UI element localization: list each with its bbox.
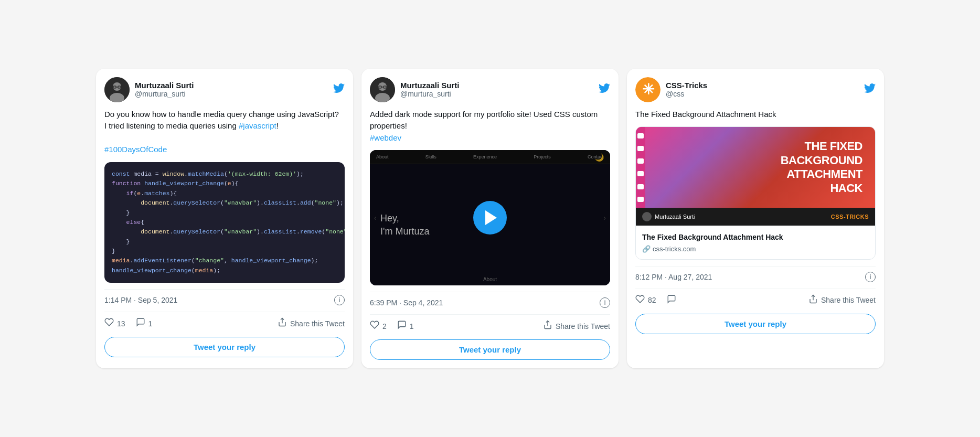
film-hole-3: [637, 158, 644, 164]
user-handle-3: @css: [666, 90, 707, 98]
like-action-3[interactable]: 82: [635, 294, 656, 306]
film-hole-4: [637, 171, 644, 176]
hashtag-webdev[interactable]: #webdev: [370, 133, 401, 142]
code-image-1: const media = window.matchMedia('(max-wi…: [104, 162, 345, 283]
play-button[interactable]: [473, 201, 507, 235]
tweet-reply-button-1[interactable]: Tweet your reply: [104, 337, 345, 357]
link-icon: 🔗: [642, 245, 651, 253]
tweet-body-3: The Fixed Background Attachment Hack: [635, 109, 876, 121]
like-action-1[interactable]: 13: [104, 317, 125, 329]
comment-icon-1: [136, 317, 145, 329]
timestamp-2: 6:39 PM · Sep 4, 2021 i: [370, 292, 610, 308]
css-author-avatar: [642, 212, 652, 221]
css-brand: CSS-TRICKS: [831, 214, 869, 220]
reply-action-1[interactable]: 1: [136, 317, 153, 329]
share-label-2: Share this Tweet: [556, 322, 610, 331]
film-strip: [636, 127, 645, 208]
cards-container: Murtuzaali Surti @murtura_surti Do you k…: [10, 69, 970, 368]
css-link-title: The Fixed Background Attachment Hack: [642, 232, 869, 243]
share-icon-3: [808, 294, 818, 306]
like-count-1: 13: [117, 319, 125, 328]
like-action-2[interactable]: 2: [370, 320, 387, 332]
hashtag-javascript[interactable]: #javascript: [239, 121, 276, 130]
film-hole-6: [637, 197, 644, 202]
user-handle-1: @murtura_surti: [135, 90, 194, 98]
video-overlay: [370, 150, 610, 285]
avatar-3: ✳: [635, 77, 661, 102]
tweet-text-3: The Fixed Background Attachment Hack: [635, 110, 776, 119]
css-url-text: css-tricks.com: [653, 245, 696, 253]
heart-icon-1: [104, 317, 114, 329]
time-text-3: 8:12 PM · Aug 27, 2021: [635, 273, 712, 281]
avatar-svg-2: [370, 77, 395, 102]
svg-point-8: [378, 82, 387, 91]
svg-point-1: [113, 82, 121, 91]
tweet-body-2: Added dark mode support for my portfolio…: [370, 109, 610, 144]
play-triangle: [485, 210, 497, 225]
user-info-1: Murtuzaali Surti @murtura_surti: [135, 81, 194, 98]
css-image-bottom: Murtuzaali Surti CSS-TRICKS: [636, 208, 875, 226]
twitter-logo-2: [599, 82, 610, 97]
reply-count-2: 1: [410, 322, 414, 331]
video-thumbnail-2[interactable]: About Skills Experience Projects Contact…: [370, 150, 610, 285]
heart-icon-3: [635, 294, 645, 306]
user-handle-2: @murtura_surti: [400, 90, 460, 98]
tweet-reply-button-2[interactable]: Tweet your reply: [370, 339, 610, 360]
css-avatar: ✳: [635, 77, 661, 102]
actions-3: 82 Share this Tweet: [635, 289, 876, 306]
tweet-header-left-3: ✳ CSS-Tricks @css: [635, 77, 707, 102]
time-text-1: 1:14 PM · Sep 5, 2021: [104, 296, 177, 304]
avatar-2: [370, 77, 395, 102]
share-icon-1: [278, 317, 287, 329]
tweet-reply-button-3[interactable]: Tweet your reply: [635, 314, 876, 334]
time-text-2: 6:39 PM · Sep 4, 2021: [370, 299, 443, 307]
film-hole-2: [637, 146, 644, 151]
css-image-title: THE FIXEDBACKGROUNDATTACHMENTHACK: [781, 140, 862, 195]
info-icon-3[interactable]: i: [865, 272, 876, 282]
info-icon-2[interactable]: i: [600, 297, 610, 308]
hashtag-100days[interactable]: #100DaysOfCode: [104, 145, 167, 154]
reply-action-3[interactable]: [667, 294, 676, 306]
share-action-2[interactable]: Share this Tweet: [543, 320, 610, 332]
share-label-1: Share this Tweet: [290, 319, 345, 328]
heart-icon-2: [370, 320, 379, 332]
avatar-1: [104, 77, 130, 102]
twitter-logo-3: [864, 82, 876, 97]
timestamp-3: 8:12 PM · Aug 27, 2021 i: [635, 266, 876, 282]
tweet-header-2: Murtuzaali Surti @murtura_surti: [370, 77, 610, 102]
user-info-2: Murtuzaali Surti @murtura_surti: [400, 81, 460, 98]
reply-action-2[interactable]: 1: [397, 320, 414, 332]
info-icon-1[interactable]: i: [334, 295, 345, 305]
user-name-1: Murtuzaali Surti: [135, 81, 194, 90]
tweet-card-3: ✳ CSS-Tricks @css The Fixed Background A…: [627, 69, 884, 368]
comment-icon-3: [667, 294, 676, 306]
css-asterisk-icon: ✳: [642, 82, 654, 97]
tweet-header-left-2: Murtuzaali Surti @murtura_surti: [370, 77, 460, 102]
tweet-card-2: Murtuzaali Surti @murtura_surti Added da…: [361, 69, 619, 368]
share-action-3[interactable]: Share this Tweet: [808, 294, 876, 306]
tweet-card-1: Murtuzaali Surti @murtura_surti Do you k…: [96, 69, 353, 368]
share-icon-2: [543, 320, 552, 332]
actions-1: 13 1 Share this Tweet: [104, 312, 345, 329]
actions-2: 2 1 Share this Tweet: [370, 314, 610, 332]
tweet-header-1: Murtuzaali Surti @murtura_surti: [104, 77, 345, 102]
user-name-3: CSS-Tricks: [666, 81, 707, 90]
css-author-name: Murtuzaali Surti: [655, 214, 695, 220]
reply-count-1: 1: [148, 319, 153, 328]
user-info-3: CSS-Tricks @css: [666, 81, 707, 98]
tweet-body-1: Do you know how to handle media query ch…: [104, 109, 345, 156]
css-link-preview: The Fixed Background Attachment Hack 🔗 c…: [636, 226, 875, 259]
css-tricks-image[interactable]: THE FIXEDBACKGROUNDATTACHMENTHACK Murtuz…: [635, 126, 876, 259]
tweet-header-3: ✳ CSS-Tricks @css: [635, 77, 876, 102]
css-image-top: THE FIXEDBACKGROUNDATTACHMENTHACK: [636, 127, 875, 208]
like-count-2: 2: [382, 322, 387, 331]
css-link-url: 🔗 css-tricks.com: [642, 245, 869, 253]
share-label-3: Share this Tweet: [821, 296, 876, 304]
film-hole-5: [637, 184, 644, 189]
comment-icon-2: [397, 320, 407, 332]
css-author-info: Murtuzaali Surti: [642, 212, 695, 221]
user-name-2: Murtuzaali Surti: [400, 81, 460, 90]
share-action-1[interactable]: Share this Tweet: [278, 317, 345, 329]
like-count-3: 82: [648, 296, 656, 304]
film-hole-1: [637, 133, 644, 138]
